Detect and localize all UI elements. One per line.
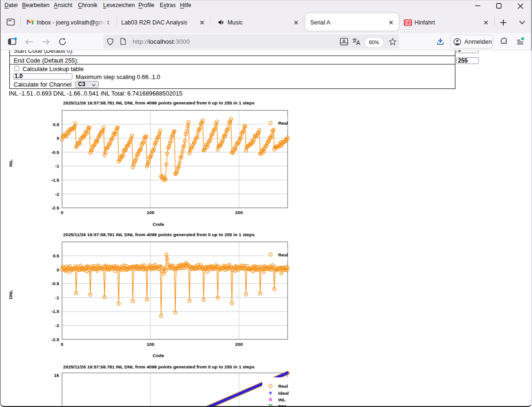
svg-text:-1: -1 [55, 163, 59, 168]
svg-text:0: 0 [61, 342, 63, 347]
svg-text:0.5: 0.5 [53, 253, 59, 258]
svg-text:0: 0 [57, 267, 60, 272]
svg-text:2025/11/26 16:57:58.781 INL DN: 2025/11/26 16:57:58.781 INL DNL from 409… [63, 364, 255, 369]
svg-text:-1: -1 [55, 295, 59, 300]
svg-text:DB: DB [405, 20, 411, 25]
svg-text:200: 200 [235, 210, 243, 215]
svg-text:-0.5: -0.5 [51, 281, 59, 286]
svg-text:DNL: DNL [8, 290, 13, 299]
svg-text:Real: Real [278, 383, 288, 389]
svg-text:0.5: 0.5 [53, 122, 59, 127]
svg-text:100: 100 [147, 342, 155, 347]
svg-text:1k: 1k [54, 373, 59, 378]
svg-text:2025/11/26 16:57:58.781 INL DN: 2025/11/26 16:57:58.781 INL DNL from 409… [63, 100, 255, 105]
svg-text:Real: Real [278, 120, 288, 126]
svg-text:-0.5: -0.5 [51, 150, 59, 155]
svg-text:0: 0 [61, 210, 63, 215]
svg-text:2025/11/26 16:57:58.781 INL DN: 2025/11/26 16:57:58.781 INL DNL from 409… [63, 232, 255, 237]
svg-text:-2.5: -2.5 [51, 337, 59, 342]
svg-text:Code: Code [153, 353, 164, 358]
svg-text:0: 0 [57, 136, 60, 141]
svg-text:DNL: DNL [278, 404, 288, 407]
svg-text:INL: INL [8, 160, 13, 167]
svg-text:-2: -2 [55, 192, 59, 197]
svg-text:-1.5: -1.5 [51, 177, 59, 183]
svg-text:-2: -2 [55, 323, 59, 328]
svg-text:INL: INL [278, 397, 286, 402]
svg-text:-1.5: -1.5 [51, 309, 59, 314]
svg-text:200: 200 [235, 342, 243, 347]
svg-text:Real: Real [278, 252, 288, 257]
svg-text:Ideal: Ideal [278, 391, 289, 396]
svg-text:100: 100 [147, 210, 155, 215]
svg-text:Code: Code [153, 222, 164, 227]
svg-text:-2.5: -2.5 [51, 205, 59, 210]
